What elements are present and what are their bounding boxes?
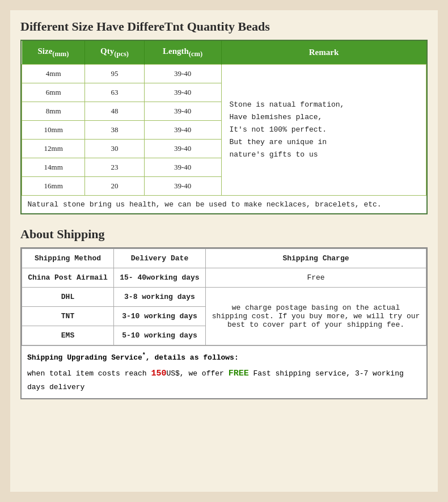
delivery-airmail: 15- 40working days [113, 268, 205, 288]
delivery-ems: 5-10 working days [113, 326, 205, 345]
size-cell: 12mm [22, 140, 85, 158]
bead-table-wrapper: Size(mm) Qty(pcs) Length(cm) Remark 4mm … [20, 40, 428, 214]
charge-free: Free [205, 268, 426, 288]
table-footer: Natural stone bring us health, we can be… [22, 196, 426, 214]
method-ems: EMS [22, 326, 114, 345]
table-row: 4mm 95 39-40 Stone is natual formation, … [22, 65, 426, 83]
size-cell: 14mm [22, 158, 85, 177]
shipping-col-method: Shipping Method [22, 249, 114, 268]
qty-cell: 30 [85, 140, 144, 158]
upgrade-free-label: FREE [229, 369, 249, 378]
shipping-col-delivery: Delivery Date [113, 249, 205, 268]
method-airmail: China Post Airmail [22, 268, 114, 288]
length-cell: 39-40 [144, 83, 221, 102]
size-cell: 4mm [22, 65, 85, 83]
col-length: Length(cm) [144, 41, 221, 65]
length-cell: 39-40 [144, 65, 221, 83]
col-remark: Remark [221, 41, 426, 65]
length-cell: 39-40 [144, 177, 221, 196]
remark-cell: Stone is natual formation, Have blemishe… [221, 65, 426, 196]
size-cell: 16mm [22, 177, 85, 196]
section1-title: Different Size Have DiffereTnt Quantity … [20, 19, 428, 34]
delivery-tnt: 3-10 working days [113, 307, 205, 326]
qty-cell: 95 [85, 65, 144, 83]
size-cell: 6mm [22, 83, 85, 102]
delivery-dhl: 3-8 working days [113, 288, 205, 307]
bead-table: Size(mm) Qty(pcs) Length(cm) Remark 4mm … [22, 41, 426, 213]
shipping-row-dhl: DHL 3-8 working days we charge postage b… [22, 288, 426, 307]
size-cell: 8mm [22, 102, 85, 121]
shipping-upgrade-box: Shipping Upgrading Service*, details as … [22, 345, 426, 398]
method-dhl: DHL [22, 288, 114, 307]
qty-cell: 48 [85, 102, 144, 121]
col-qty: Qty(pcs) [85, 41, 144, 65]
upgrade-line1: Shipping Upgrading Service*, details as … [27, 351, 421, 364]
length-cell: 39-40 [144, 158, 221, 177]
length-cell: 39-40 [144, 121, 221, 140]
length-cell: 39-40 [144, 140, 221, 158]
shipping-table: Shipping Method Delivery Date Shipping C… [22, 248, 426, 345]
qty-cell: 63 [85, 83, 144, 102]
length-cell: 39-40 [144, 102, 221, 121]
method-tnt: TNT [22, 307, 114, 326]
shipping-table-wrapper: Shipping Method Delivery Date Shipping C… [20, 247, 428, 399]
charge-merged: we charge postage basing on the actual s… [205, 288, 426, 345]
qty-cell: 23 [85, 158, 144, 177]
upgrade-line2: when total item costs reach 150US$, we o… [27, 366, 421, 394]
qty-cell: 20 [85, 177, 144, 196]
about-shipping-title: About Shipping [20, 227, 428, 242]
upgrade-amount: 150 [151, 369, 166, 378]
qty-cell: 38 [85, 121, 144, 140]
section1: Different Size Have DiffereTnt Quantity … [20, 19, 428, 214]
col-size: Size(mm) [22, 41, 85, 65]
shipping-row-airmail: China Post Airmail 15- 40working days Fr… [22, 268, 426, 288]
size-cell: 10mm [22, 121, 85, 140]
shipping-col-charge: Shipping Charge [205, 249, 426, 268]
section2: About Shipping Shipping Method Delivery … [20, 227, 428, 399]
page-container: Different Size Have DiffereTnt Quantity … [10, 10, 438, 492]
